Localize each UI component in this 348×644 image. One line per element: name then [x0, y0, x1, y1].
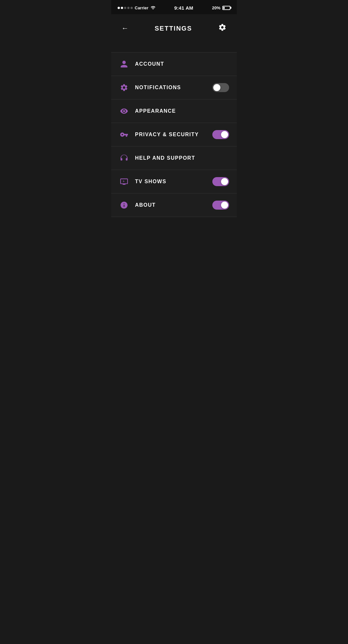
- tvshows-toggle[interactable]: [212, 177, 229, 186]
- nav-header: ← SETTINGS: [111, 14, 237, 43]
- battery-icon: [222, 6, 230, 10]
- key-icon: [119, 129, 129, 140]
- notifications-icon: [119, 82, 129, 93]
- help-label: HELP AND SUPPORT: [135, 155, 195, 161]
- settings-item-privacy[interactable]: PRIVACY & SECURITY: [111, 123, 237, 147]
- settings-item-account[interactable]: ACCOUNT: [111, 52, 237, 76]
- account-left: ACCOUNT: [119, 59, 164, 69]
- headset-icon: [119, 153, 129, 163]
- account-label: ACCOUNT: [135, 61, 164, 67]
- signal-dot-3: [124, 7, 126, 9]
- tvshows-toggle-knob: [221, 178, 228, 185]
- privacy-toggle[interactable]: [212, 130, 229, 139]
- signal-dot-4: [127, 7, 130, 9]
- status-left: Carrier: [118, 5, 156, 10]
- wifi-icon: [150, 5, 156, 10]
- about-left: ABOUT: [119, 200, 156, 210]
- settings-item-tvshows[interactable]: TV SHOWS: [111, 170, 237, 194]
- signal-dot-2: [121, 7, 123, 9]
- tv-icon: [119, 176, 129, 187]
- tvshows-label: TV SHOWS: [135, 179, 166, 185]
- status-right: 20%: [212, 5, 230, 10]
- info-icon: [119, 200, 129, 210]
- privacy-toggle-knob: [221, 131, 228, 138]
- settings-item-about[interactable]: ABOUT: [111, 194, 237, 217]
- signal-dot-5: [130, 7, 133, 9]
- appearance-label: APPEARANCE: [135, 108, 176, 114]
- person-icon: [119, 59, 129, 69]
- about-toggle[interactable]: [212, 201, 229, 210]
- battery-percent: 20%: [212, 5, 220, 10]
- eye-icon: [119, 106, 129, 116]
- settings-item-appearance[interactable]: APPEARANCE: [111, 99, 237, 123]
- notifications-toggle-knob: [213, 84, 220, 91]
- about-label: ABOUT: [135, 202, 156, 208]
- privacy-label: PRIVACY & SECURITY: [135, 132, 199, 137]
- help-left: HELP AND SUPPORT: [119, 153, 195, 163]
- settings-list: ACCOUNT NOTIFICATIONS APPEARANCE: [111, 52, 237, 217]
- notifications-label: NOTIFICATIONS: [135, 85, 181, 90]
- settings-item-notifications[interactable]: NOTIFICATIONS: [111, 76, 237, 99]
- back-button[interactable]: ←: [119, 22, 131, 35]
- notifications-toggle[interactable]: [212, 83, 229, 92]
- notifications-left: NOTIFICATIONS: [119, 82, 181, 93]
- signal-dot-1: [118, 7, 120, 9]
- gear-button[interactable]: [216, 21, 229, 36]
- tvshows-left: TV SHOWS: [119, 176, 166, 187]
- status-bar: Carrier 9:41 AM 20%: [111, 0, 237, 14]
- page-title: SETTINGS: [155, 25, 192, 32]
- about-toggle-knob: [221, 202, 228, 209]
- signal-dots: [118, 7, 133, 9]
- status-time: 9:41 AM: [174, 5, 193, 11]
- settings-item-help[interactable]: HELP AND SUPPORT: [111, 147, 237, 170]
- carrier-label: Carrier: [135, 5, 149, 10]
- appearance-left: APPEARANCE: [119, 106, 176, 116]
- privacy-left: PRIVACY & SECURITY: [119, 129, 199, 140]
